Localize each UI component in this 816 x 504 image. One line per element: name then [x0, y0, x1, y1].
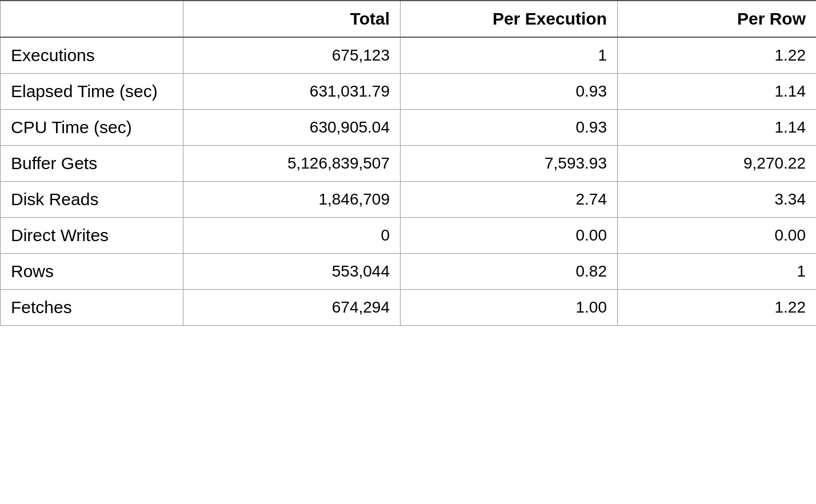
- stats-table-container: Total Per Execution Per Row Executions67…: [0, 0, 816, 504]
- table-row: Fetches674,2941.001.22: [1, 290, 817, 326]
- table-row: CPU Time (sec)630,905.040.931.14: [1, 110, 817, 146]
- table-row: Buffer Gets5,126,839,5077,593.939,270.22: [1, 146, 817, 182]
- cell-label-7: Fetches: [1, 290, 183, 326]
- cell-per-row-6: 1: [618, 254, 817, 290]
- cell-per-exec-1: 0.93: [401, 74, 618, 110]
- cell-per-row-1: 1.14: [618, 74, 817, 110]
- cell-label-3: Buffer Gets: [1, 146, 183, 182]
- table-row: Direct Writes00.000.00: [1, 218, 817, 254]
- cell-total-3: 5,126,839,507: [183, 146, 401, 182]
- table-row: Executions675,12311.22: [1, 37, 817, 74]
- cell-per-row-4: 3.34: [618, 182, 817, 218]
- cell-per-exec-7: 1.00: [401, 290, 618, 326]
- stats-table: Total Per Execution Per Row Executions67…: [0, 0, 816, 326]
- cell-label-5: Direct Writes: [1, 218, 183, 254]
- cell-label-0: Executions: [1, 37, 183, 74]
- header-label: [1, 1, 183, 37]
- cell-per-exec-0: 1: [401, 37, 618, 74]
- header-per-execution: Per Execution: [401, 1, 618, 37]
- table-row: Elapsed Time (sec)631,031.790.931.14: [1, 74, 817, 110]
- cell-per-row-5: 0.00: [618, 218, 817, 254]
- cell-per-exec-3: 7,593.93: [401, 146, 618, 182]
- cell-per-row-0: 1.22: [618, 37, 817, 74]
- cell-label-6: Rows: [1, 254, 183, 290]
- cell-per-row-2: 1.14: [618, 110, 817, 146]
- table-body: Executions675,12311.22Elapsed Time (sec)…: [1, 37, 817, 326]
- cell-total-2: 630,905.04: [183, 110, 401, 146]
- table-row: Disk Reads1,846,7092.743.34: [1, 182, 817, 218]
- cell-per-exec-4: 2.74: [401, 182, 618, 218]
- cell-total-4: 1,846,709: [183, 182, 401, 218]
- cell-per-exec-5: 0.00: [401, 218, 618, 254]
- cell-total-5: 0: [183, 218, 401, 254]
- cell-per-row-7: 1.22: [618, 290, 817, 326]
- cell-total-6: 553,044: [183, 254, 401, 290]
- cell-per-exec-2: 0.93: [401, 110, 618, 146]
- header-per-row: Per Row: [618, 1, 817, 37]
- table-row: Rows553,0440.821: [1, 254, 817, 290]
- header-row: Total Per Execution Per Row: [1, 1, 817, 37]
- cell-label-2: CPU Time (sec): [1, 110, 183, 146]
- cell-label-1: Elapsed Time (sec): [1, 74, 183, 110]
- cell-per-row-3: 9,270.22: [618, 146, 817, 182]
- cell-total-7: 674,294: [183, 290, 401, 326]
- cell-per-exec-6: 0.82: [401, 254, 618, 290]
- cell-total-1: 631,031.79: [183, 74, 401, 110]
- header-total: Total: [183, 1, 401, 37]
- cell-total-0: 675,123: [183, 37, 401, 74]
- cell-label-4: Disk Reads: [1, 182, 183, 218]
